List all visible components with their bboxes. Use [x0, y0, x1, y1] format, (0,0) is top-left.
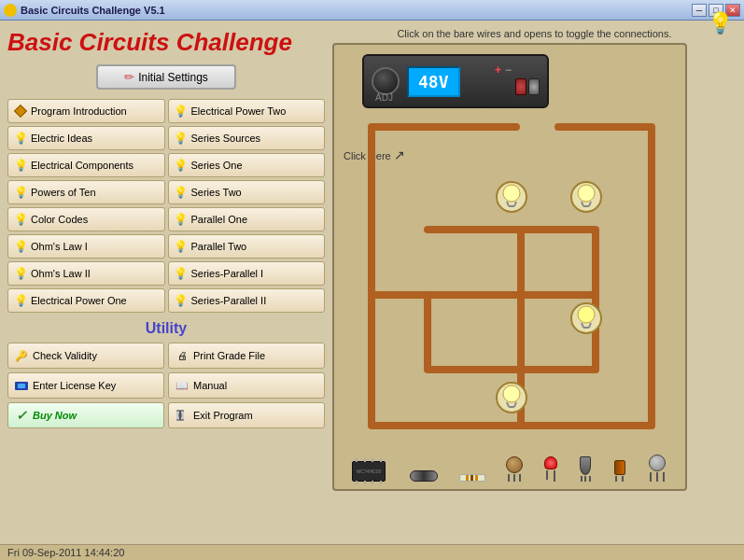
- manual-label: Manual: [193, 380, 227, 391]
- psu-terminals: + −: [495, 63, 540, 95]
- svg-point-5: [578, 185, 595, 202]
- right-panel: Click on the bare wires and opens to tog…: [332, 28, 737, 553]
- nav-btn-electrical-power-one[interactable]: 💡 Electrical Power One: [7, 288, 165, 313]
- print-grade-file-label: Print Grade File: [193, 350, 265, 361]
- bulb-icon-so: 💡: [175, 159, 188, 172]
- svg-point-20: [503, 385, 520, 402]
- book-icon: 📖: [175, 379, 190, 392]
- utility-section: Utility 🔑 Check Validity 🖨 Print Grade F…: [7, 320, 325, 428]
- nav-label-series-two: Series Two: [191, 187, 242, 198]
- psu-label: ADJ: [375, 92, 393, 103]
- datetime-label: Fri 09-Sep-2011 14:44:20: [7, 547, 124, 558]
- bulb-icon-cc: 💡: [14, 213, 27, 226]
- nav-btn-series-two[interactable]: 💡 Series Two: [168, 180, 326, 204]
- npn-transistor: [647, 455, 667, 482]
- nav-btn-ohms-law-2[interactable]: 💡 Ohm's Law II: [7, 261, 165, 286]
- title-bar-left: Basic Circuits Challenge V5.1: [4, 4, 165, 17]
- print-grade-file-button[interactable]: 🖨 Print Grade File: [168, 343, 325, 369]
- bulb-2[interactable]: [497, 182, 526, 212]
- exit-icon: [175, 409, 190, 422]
- svg-rect-3: [179, 411, 181, 420]
- exit-program-button[interactable]: Exit Program: [168, 402, 325, 428]
- buy-now-button[interactable]: ✓ Buy Now: [7, 402, 164, 428]
- bulb-4[interactable]: [497, 383, 526, 413]
- positive-terminal[interactable]: [515, 78, 526, 95]
- nav-btn-parallel-one[interactable]: 💡 Parallel One: [168, 207, 326, 231]
- bulb-icon-ec: 💡: [14, 159, 27, 172]
- key-icon: 🔑: [14, 349, 29, 362]
- nav-btn-ohms-law-1[interactable]: 💡 Ohm's Law I: [7, 234, 165, 259]
- manual-button[interactable]: 📖 Manual: [168, 372, 325, 399]
- transistor-can: [506, 456, 523, 482]
- bulb-icon-ei: 💡: [14, 132, 27, 145]
- nav-btn-electrical-power-two[interactable]: 💡 Electrical Power Two: [168, 99, 326, 123]
- circuit-box: 48V ADJ + − Click Here ↗: [332, 43, 687, 491]
- nav-label-ohms-law-2: Ohm's Law II: [31, 268, 91, 279]
- capacitor: [613, 460, 626, 482]
- nav-label-powers-of-ten: Powers of Ten: [31, 187, 96, 198]
- printer-icon: 🖨: [175, 349, 190, 362]
- bulb-icon-pt: 💡: [175, 240, 188, 253]
- app-title: Basic Circuits Challenge: [7, 28, 325, 57]
- buy-now-label: Buy Now: [33, 410, 77, 421]
- nav-label-series-parallel-1: Series-Parallel I: [191, 268, 264, 279]
- nav-label-electrical-components: Electrical Components: [31, 160, 133, 171]
- title-bar: Basic Circuits Challenge V5.1 ─ □ ✕: [0, 0, 744, 21]
- app-icon: [4, 4, 17, 17]
- nav-btn-electrical-components[interactable]: 💡 Electrical Components: [7, 153, 165, 177]
- ic-chip: MC74HC00: [352, 461, 389, 482]
- minimize-button[interactable]: ─: [692, 4, 707, 17]
- nav-btn-series-parallel-1[interactable]: 💡 Series-Parallel I: [168, 261, 326, 286]
- check-validity-label: Check Validity: [33, 350, 97, 361]
- nav-btn-electric-ideas[interactable]: 💡 Electric Ideas: [7, 126, 165, 150]
- psu-knob[interactable]: [372, 67, 400, 95]
- status-bar: Fri 09-Sep-2011 14:44:20: [0, 544, 744, 560]
- check-validity-button[interactable]: 🔑 Check Validity: [7, 343, 164, 369]
- nav-grid: Program Introduction 💡 Electrical Power …: [7, 99, 325, 313]
- nav-btn-series-one[interactable]: 💡 Series One: [168, 153, 326, 177]
- nav-label-series-parallel-2: Series-Parallel II: [191, 295, 267, 306]
- nav-label-electrical-power-two: Electrical Power Two: [191, 105, 287, 117]
- bulb-icon-sp2: 💡: [175, 294, 188, 307]
- nav-btn-series-sources[interactable]: 💡 Series Sources: [168, 126, 326, 150]
- bulb-icon-po: 💡: [175, 213, 188, 226]
- nav-label-parallel-two: Parallel Two: [191, 241, 247, 252]
- nav-btn-parallel-two[interactable]: 💡 Parallel Two: [168, 234, 326, 259]
- top-bulb-icon: 💡: [708, 11, 733, 35]
- nav-btn-powers-of-ten[interactable]: 💡 Powers of Ten: [7, 180, 165, 204]
- nav-label-electrical-power-one: Electrical Power One: [31, 295, 127, 306]
- nav-btn-series-parallel-2[interactable]: 💡 Series-Parallel II: [168, 288, 326, 313]
- window-title: Basic Circuits Challenge V5.1: [21, 5, 165, 16]
- nav-btn-program-introduction[interactable]: Program Introduction: [7, 99, 165, 123]
- pencil-icon: ✏: [124, 70, 134, 84]
- small-transistor: [579, 456, 592, 482]
- checkmark-icon: ✓: [14, 409, 29, 422]
- components-row: MC74HC00: [334, 455, 685, 482]
- psu-plus-terminal: +: [495, 63, 501, 95]
- bulb-3[interactable]: [571, 303, 601, 333]
- enter-license-key-button[interactable]: Enter License Key: [7, 372, 164, 399]
- main-content: Basic Circuits Challenge ✏ Initial Setti…: [0, 21, 744, 560]
- diode: [410, 470, 438, 482]
- bulb-1[interactable]: [571, 182, 601, 212]
- utility-title: Utility: [7, 320, 325, 337]
- nav-label-series-sources: Series Sources: [191, 133, 261, 144]
- nav-btn-color-codes[interactable]: 💡 Color Codes: [7, 207, 165, 231]
- diamond-icon: [14, 105, 27, 118]
- svg-point-10: [503, 185, 520, 202]
- nav-label-electric-ideas: Electric Ideas: [31, 133, 92, 144]
- bulb-icon-sp1: 💡: [175, 267, 188, 280]
- initial-settings-button[interactable]: ✏ Initial Settings: [96, 64, 236, 90]
- utility-grid: 🔑 Check Validity 🖨 Print Grade File Ente…: [7, 343, 325, 428]
- initial-settings-label: Initial Settings: [138, 71, 208, 84]
- power-supply-unit: 48V ADJ + −: [362, 54, 549, 108]
- nav-label-parallel-one: Parallel One: [191, 214, 248, 225]
- led: [543, 456, 558, 482]
- nav-label-series-one: Series One: [191, 160, 243, 171]
- bulb-icon-ss: 💡: [175, 132, 188, 145]
- bulb-icon-epo: 💡: [14, 294, 27, 307]
- left-panel: Basic Circuits Challenge ✏ Initial Setti…: [7, 28, 325, 553]
- negative-terminal[interactable]: [528, 78, 540, 95]
- bulb-icon-ep2: 💡: [175, 105, 188, 118]
- psu-voltage-display: 48V: [407, 66, 460, 97]
